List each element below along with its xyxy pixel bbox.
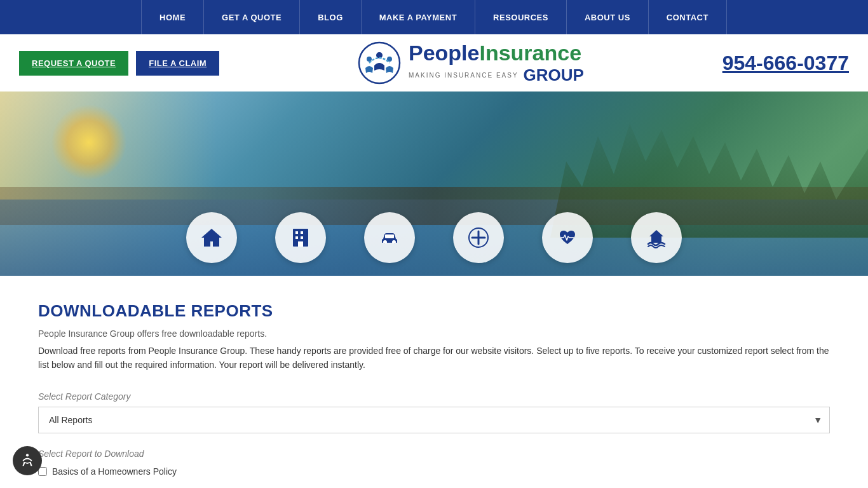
heart-pulse-icon	[556, 226, 579, 249]
logo-insurance: Insurance	[479, 41, 581, 65]
checkbox-basics-homeowners: Basics of a Homeowners Policy	[38, 466, 830, 477]
basics-homeowners-label[interactable]: Basics of a Homeowners Policy	[52, 466, 177, 477]
main-navigation: HOMEGET A QUOTEBLOGMAKE A PAYMENTRESOURC…	[0, 0, 868, 34]
section-description: Download free reports from People Insura…	[38, 344, 830, 372]
svg-rect-5	[295, 231, 298, 234]
logo-tagline: MAKING INSURANCE EASY	[409, 72, 519, 79]
download-label: Select Report to Download	[38, 449, 830, 459]
request-quote-button[interactable]: REQUEST A QUOTE	[19, 51, 128, 76]
nav-item-resources[interactable]: RESOURCES	[475, 0, 567, 34]
logo-group: GROUP	[524, 65, 584, 85]
nav-item-blog[interactable]: BLOG	[300, 0, 362, 34]
svg-rect-8	[301, 236, 303, 239]
accessibility-button[interactable]	[13, 446, 42, 475]
category-select[interactable]: All ReportsHome InsuranceAuto InsuranceL…	[38, 407, 830, 433]
file-claim-button[interactable]: FILE A CLAIM	[136, 51, 219, 76]
category-label: Select Report Category	[38, 391, 830, 402]
nav-item-home[interactable]: HOME	[141, 0, 204, 34]
hero-sun-effect	[51, 104, 127, 180]
svg-rect-6	[301, 231, 303, 234]
section-subtitle: People Insurance Group offers free downl…	[38, 329, 830, 339]
main-content: DOWNLOADABLE REPORTS People Insurance Gr…	[0, 276, 868, 488]
logo-text: People Insurance MAKING INSURANCE EASY G…	[409, 41, 584, 85]
svg-point-14	[26, 454, 29, 456]
hero-section	[0, 92, 868, 276]
medical-cross-icon	[467, 226, 490, 249]
service-icon-row	[0, 212, 868, 263]
header-cta-buttons: REQUEST A QUOTE FILE A CLAIM	[19, 51, 219, 76]
nav-item-get-a-quote[interactable]: GET A QUOTE	[204, 0, 300, 34]
auto-insurance-icon-circle[interactable]	[364, 212, 415, 263]
home-insurance-icon-circle[interactable]	[186, 212, 237, 263]
life-insurance-icon-circle[interactable]	[542, 212, 593, 263]
category-field: Select Report Category All ReportsHome I…	[38, 391, 830, 433]
commercial-insurance-icon-circle[interactable]	[275, 212, 326, 263]
nav-item-make-a-payment[interactable]: MAKE A PAYMENT	[362, 0, 475, 34]
nav-item-about-us[interactable]: ABOUT US	[567, 0, 649, 34]
flood-insurance-icon-circle[interactable]	[631, 212, 682, 263]
logo-area[interactable]: People Insurance MAKING INSURANCE EASY G…	[219, 41, 722, 85]
download-field: Select Report to Download Basics of a Ho…	[38, 449, 830, 477]
page-title: DOWNLOADABLE REPORTS	[38, 301, 830, 321]
house-icon	[200, 226, 223, 249]
svg-rect-9	[298, 241, 303, 247]
svg-rect-12	[385, 234, 394, 238]
svg-point-11	[392, 240, 396, 244]
category-select-wrapper: All ReportsHome InsuranceAuto InsuranceL…	[38, 407, 830, 433]
health-insurance-icon-circle[interactable]	[453, 212, 504, 263]
svg-point-10	[383, 240, 387, 244]
flood-house-icon	[645, 226, 668, 249]
car-icon	[378, 226, 401, 249]
logo-people: People	[409, 41, 479, 65]
logo-icon	[358, 41, 401, 85]
svg-rect-7	[295, 236, 298, 239]
phone-number[interactable]: 954-666-0377	[722, 51, 849, 75]
nav-item-contact[interactable]: CONTACT	[649, 0, 727, 34]
accessibility-icon	[19, 452, 36, 469]
building-icon	[289, 226, 312, 249]
site-header: REQUEST A QUOTE FILE A CLAIM People Insu…	[0, 34, 868, 92]
